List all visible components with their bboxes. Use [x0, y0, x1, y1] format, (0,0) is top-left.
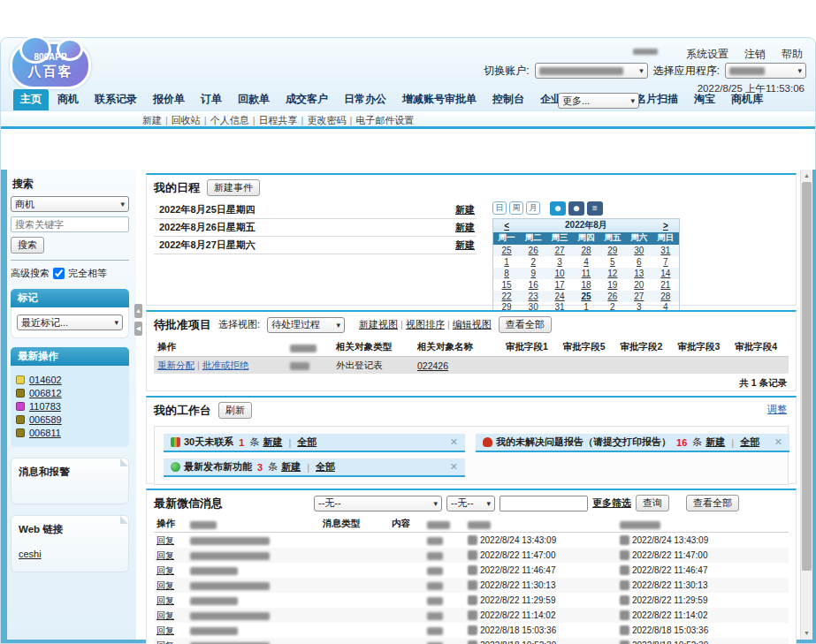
- calendar-day-link[interactable]: 2: [530, 257, 536, 267]
- select-app-select[interactable]: ▾: [725, 63, 806, 79]
- reply-link[interactable]: 回复: [156, 580, 174, 590]
- calendar-day-cell[interactable]: 27: [546, 245, 573, 256]
- reply-link[interactable]: 回复: [156, 595, 174, 605]
- calendar-day-cell[interactable]: 12: [599, 268, 626, 279]
- wechat-filter2-select[interactable]: --无-- ▾: [446, 496, 495, 511]
- calendar-day-link[interactable]: 15: [502, 280, 512, 290]
- calendar-day-link[interactable]: 23: [529, 292, 538, 301]
- calendar-day-cell[interactable]: 17: [546, 279, 573, 291]
- nav-tab-淘宝[interactable]: 淘宝: [687, 89, 722, 110]
- search-input[interactable]: [11, 216, 129, 232]
- nav-tab-报价单[interactable]: 报价单: [146, 89, 192, 110]
- close-icon[interactable]: ✕: [450, 461, 458, 473]
- calendar-day-link[interactable]: 11: [582, 269, 591, 278]
- widget-new-link[interactable]: 新建: [705, 436, 725, 449]
- new-view-link[interactable]: 新建视图: [359, 319, 398, 330]
- nav-tab-商机库[interactable]: 商机库: [724, 89, 770, 110]
- wechat-filter1-select[interactable]: --无-- ▾: [314, 496, 442, 511]
- nav-tab-日常办公[interactable]: 日常办公: [337, 89, 393, 110]
- search-type-select[interactable]: 商机 ▾: [11, 196, 129, 212]
- close-icon[interactable]: ✕: [450, 436, 458, 448]
- calendar-day-cell[interactable]: 8: [493, 268, 521, 279]
- adjust-link[interactable]: 调整: [767, 403, 787, 416]
- subnav-item-更改密码[interactable]: 更改密码: [307, 115, 346, 125]
- calendar-day-link[interactable]: 17: [555, 280, 565, 290]
- reply-link[interactable]: 回复: [156, 565, 174, 575]
- calendar-day-link[interactable]: 4: [583, 257, 589, 267]
- calendar-day-cell[interactable]: 26: [520, 245, 546, 256]
- widget-new-link[interactable]: 新建: [281, 460, 301, 474]
- calendar-day-cell[interactable]: 25: [573, 291, 599, 302]
- calendar-day-cell[interactable]: 27: [626, 291, 652, 302]
- calendar-day-link[interactable]: 10: [555, 269, 565, 278]
- calendar-day-cell[interactable]: 5: [599, 256, 626, 268]
- calendar-day-link[interactable]: 29: [607, 246, 617, 255]
- edit-view-link[interactable]: 编辑视图: [453, 319, 492, 330]
- calendar-day-link[interactable]: 20: [634, 280, 644, 290]
- scrollbar-thumb[interactable]: [802, 182, 812, 571]
- widget-new-link[interactable]: 新建: [263, 436, 282, 449]
- subnav-item-电子邮件设置[interactable]: 电子邮件设置: [355, 115, 414, 125]
- wechat-view-all-button[interactable]: 查看全部: [686, 495, 739, 511]
- nav-tab-主页[interactable]: 主页: [13, 89, 49, 110]
- calendar-next-button[interactable]: >: [652, 219, 680, 232]
- reply-link[interactable]: 回复: [156, 610, 174, 620]
- reply-link[interactable]: 回复: [156, 535, 174, 545]
- calendar-day-cell[interactable]: 14: [652, 268, 680, 279]
- approve-reject-link[interactable]: 批准或拒绝: [202, 360, 249, 370]
- help-link[interactable]: 帮助: [782, 47, 803, 62]
- widget-all-link[interactable]: 全部: [316, 460, 335, 474]
- calendar-day-cell[interactable]: 31: [652, 245, 680, 256]
- calendar-day-cell[interactable]: 10: [546, 268, 573, 279]
- refresh-button[interactable]: 刷新: [218, 402, 252, 419]
- calendar-day-cell[interactable]: 18: [573, 279, 599, 291]
- calendar-day-link[interactable]: 16: [529, 280, 538, 290]
- calendar-day-link[interactable]: 24: [555, 292, 565, 301]
- calendar-day-cell[interactable]: 22: [493, 291, 521, 302]
- calendar-prev-button[interactable]: <: [493, 219, 521, 232]
- calendar-day-link[interactable]: 26: [529, 246, 538, 255]
- more-filters-link[interactable]: 更多筛选: [592, 496, 631, 510]
- calendar-day-cell[interactable]: 29: [599, 245, 626, 256]
- recent-op-link[interactable]: 006811: [29, 428, 61, 438]
- close-icon[interactable]: ✕: [774, 436, 782, 448]
- calendar-day-link[interactable]: 28: [581, 246, 591, 255]
- calendar-day-cell[interactable]: 21: [652, 279, 680, 291]
- schedule-new-link[interactable]: 新建: [455, 203, 475, 216]
- reply-link[interactable]: 回复: [156, 640, 174, 644]
- calendar-day-cell[interactable]: 11: [573, 268, 599, 279]
- advanced-search-link[interactable]: 高级搜索: [11, 267, 50, 280]
- list-view-icon[interactable]: ≡: [587, 201, 603, 216]
- calendar-day-link[interactable]: 31: [660, 246, 670, 255]
- schedule-new-link[interactable]: 新建: [455, 221, 475, 234]
- approvals-view-all-button[interactable]: 查看全部: [499, 316, 552, 333]
- nav-tab-成交客户[interactable]: 成交客户: [278, 89, 335, 110]
- calendar-day-cell[interactable]: 4: [573, 256, 599, 268]
- query-button[interactable]: 查询: [636, 495, 669, 511]
- calendar-day-link[interactable]: 27: [634, 292, 644, 301]
- calendar-day-link[interactable]: 30: [634, 246, 644, 255]
- calendar-day-cell[interactable]: 25: [493, 245, 521, 256]
- reply-link[interactable]: 回复: [156, 550, 174, 560]
- recent-op-link[interactable]: 014602: [29, 375, 62, 385]
- logout-link[interactable]: 注销: [744, 47, 766, 62]
- nav-tab-回款单[interactable]: 回款单: [231, 89, 277, 110]
- calendar-month-view-button[interactable]: 月: [526, 201, 540, 215]
- nav-tab-商机[interactable]: 商机: [50, 89, 86, 110]
- calendar-day-cell[interactable]: 26: [599, 291, 626, 302]
- subnav-item-回收站[interactable]: 回收站: [172, 115, 201, 125]
- view-sort-link[interactable]: 视图排序: [406, 319, 445, 330]
- calendar-day-cell[interactable]: 15: [493, 279, 521, 291]
- calendar-day-link[interactable]: 25: [581, 292, 591, 301]
- schedule-new-link[interactable]: 新建: [455, 239, 475, 252]
- calendar-day-link[interactable]: 7: [663, 257, 668, 267]
- calendar-day-cell[interactable]: 2: [520, 256, 546, 268]
- calendar-day-link[interactable]: 19: [607, 280, 617, 290]
- recent-op-link[interactable]: 006812: [29, 388, 62, 398]
- calendar-day-cell[interactable]: 6: [626, 256, 652, 268]
- collapse-up-icon[interactable]: ▲: [134, 304, 142, 318]
- widget-all-link[interactable]: 全部: [297, 436, 316, 449]
- nav-tab-联系记录[interactable]: 联系记录: [88, 89, 144, 110]
- more-tabs-select[interactable]: 更多... ▾: [558, 93, 639, 109]
- approvals-view-select[interactable]: 待处理过程 ▾: [267, 317, 345, 333]
